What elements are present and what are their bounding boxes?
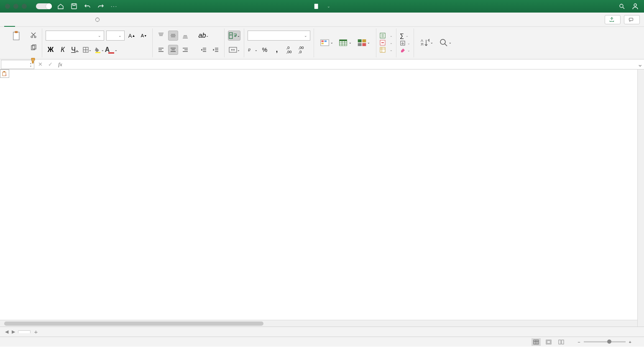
svg-rect-21 bbox=[322, 43, 324, 44]
font-name-combo[interactable]: ⌄ bbox=[46, 31, 104, 41]
account-icon[interactable] bbox=[631, 3, 639, 10]
bold-icon[interactable]: Ж bbox=[46, 45, 56, 55]
statusbar: − + bbox=[0, 337, 644, 347]
svg-rect-20 bbox=[325, 40, 327, 42]
share-button[interactable] bbox=[605, 15, 621, 24]
currency-icon[interactable]: ₽⌄ bbox=[248, 45, 258, 55]
svg-rect-38 bbox=[534, 340, 539, 344]
format-cells-button[interactable]: ⌄ bbox=[380, 47, 393, 53]
format-as-table-button[interactable]: ⌄ bbox=[336, 35, 354, 51]
add-sheet-icon[interactable]: + bbox=[32, 328, 40, 335]
align-middle-icon[interactable] bbox=[168, 31, 178, 41]
clear-button[interactable]: ⌄ bbox=[400, 47, 410, 53]
find-select-button[interactable]: ⌄ bbox=[436, 35, 454, 51]
decrease-font-icon[interactable]: A▼ bbox=[139, 31, 149, 41]
align-bottom-icon[interactable] bbox=[180, 31, 190, 41]
zoom-in-icon[interactable]: + bbox=[629, 340, 631, 345]
decrease-decimal-icon[interactable]: ,00,0 bbox=[296, 45, 306, 55]
tab-data[interactable] bbox=[59, 13, 69, 27]
fx-icon[interactable]: fx bbox=[55, 61, 65, 68]
close-dot[interactable] bbox=[5, 4, 10, 9]
tab-home[interactable] bbox=[4, 13, 15, 27]
home-icon[interactable] bbox=[57, 3, 64, 10]
orientation-icon[interactable]: ab⌄ bbox=[199, 31, 209, 41]
sheet-tab[interactable] bbox=[18, 330, 31, 333]
formula-bar[interactable] bbox=[65, 60, 636, 69]
normal-view-icon[interactable] bbox=[532, 338, 541, 346]
confirm-icon[interactable]: ✓ bbox=[45, 61, 55, 67]
svg-rect-26 bbox=[358, 43, 362, 46]
align-center-icon[interactable] bbox=[168, 45, 178, 55]
vertical-scrollbar[interactable] bbox=[637, 69, 644, 327]
percent-icon[interactable]: % bbox=[260, 45, 270, 55]
maximize-dot[interactable] bbox=[22, 4, 27, 9]
ribbon: ⌄ ⌄ A▲ A▼ Ж К Ч ⌄ ⌄ ⌄ А⌄ ab⌄ bbox=[0, 27, 644, 59]
expand-formula-icon[interactable]: ⌄ bbox=[636, 60, 644, 68]
copy-icon[interactable] bbox=[28, 43, 38, 53]
align-left-icon[interactable] bbox=[156, 45, 166, 55]
font-size-combo[interactable]: ⌄ bbox=[106, 31, 125, 41]
increase-decimal-icon[interactable]: ,0,00 bbox=[284, 45, 294, 55]
merge-icon[interactable]: ⌄ bbox=[228, 45, 240, 55]
svg-point-2 bbox=[620, 4, 623, 8]
cell-styles-button[interactable]: ⌄ bbox=[354, 35, 373, 51]
svg-text:Я: Я bbox=[421, 42, 424, 46]
comma-icon[interactable]: , bbox=[272, 45, 282, 55]
svg-rect-6 bbox=[13, 32, 19, 40]
page-break-view-icon[interactable] bbox=[557, 338, 566, 346]
zoom-slider[interactable] bbox=[584, 341, 626, 342]
autosave-toggle[interactable] bbox=[36, 3, 52, 9]
horizontal-scrollbar[interactable] bbox=[0, 320, 637, 327]
page-layout-view-icon[interactable] bbox=[544, 338, 553, 346]
paste-button[interactable] bbox=[8, 28, 26, 44]
cancel-icon[interactable]: ✕ bbox=[35, 61, 45, 67]
fill-color-icon[interactable]: ⌄ bbox=[94, 45, 104, 55]
comments-button[interactable] bbox=[624, 15, 640, 24]
save-icon[interactable] bbox=[70, 3, 78, 10]
conditional-formatting-button[interactable]: ⌄ bbox=[317, 35, 336, 51]
increase-indent-icon[interactable] bbox=[211, 45, 221, 55]
italic-icon[interactable]: К bbox=[58, 45, 68, 55]
paste-options-button[interactable]: + bbox=[0, 69, 9, 78]
minimize-dot[interactable] bbox=[13, 4, 18, 9]
sheet-tabs-row: ◀ ▶ + bbox=[0, 327, 644, 337]
tab-layout[interactable] bbox=[37, 13, 48, 27]
fill-button[interactable]: ⌄ bbox=[400, 40, 410, 46]
svg-rect-13 bbox=[95, 52, 100, 53]
window-controls bbox=[5, 4, 27, 9]
increase-font-icon[interactable]: A▲ bbox=[127, 31, 137, 41]
redo-icon[interactable] bbox=[97, 3, 105, 10]
undo-icon[interactable] bbox=[84, 3, 91, 10]
svg-rect-5 bbox=[629, 18, 633, 21]
tell-me[interactable] bbox=[95, 17, 102, 23]
borders-icon[interactable]: ⌄ bbox=[82, 45, 92, 55]
font-color-icon[interactable]: А⌄ bbox=[106, 45, 116, 55]
svg-rect-42 bbox=[562, 340, 564, 344]
tab-review[interactable] bbox=[69, 13, 80, 27]
number-format-combo[interactable]: ⌄ bbox=[248, 31, 310, 41]
align-top-icon[interactable] bbox=[156, 31, 166, 41]
delete-cells-button[interactable]: ⌄ bbox=[380, 40, 393, 46]
more-icon[interactable]: ··· bbox=[110, 3, 118, 10]
autosum-button[interactable]: ∑ ⌄ bbox=[400, 32, 410, 39]
document-title: ⌄ bbox=[314, 3, 330, 9]
tab-view[interactable] bbox=[80, 13, 91, 27]
tab-insert[interactable] bbox=[15, 13, 26, 27]
underline-icon[interactable]: Ч ⌄ bbox=[70, 45, 80, 55]
prev-sheet-icon[interactable]: ◀ bbox=[3, 329, 10, 334]
svg-point-4 bbox=[96, 18, 100, 21]
wrap-text-icon[interactable]: ab⌄ bbox=[228, 31, 240, 41]
svg-rect-19 bbox=[322, 40, 324, 42]
cut-icon[interactable] bbox=[28, 30, 38, 40]
zoom-out-icon[interactable]: − bbox=[578, 340, 580, 345]
search-icon[interactable] bbox=[618, 3, 626, 10]
insert-cells-button[interactable]: ⌄ bbox=[380, 33, 393, 39]
sort-filter-button[interactable]: АЯ⌄ bbox=[417, 35, 436, 51]
tab-draw[interactable] bbox=[26, 13, 37, 27]
align-right-icon[interactable] bbox=[180, 45, 190, 55]
formula-bar-row: ▴▾ ✕ ✓ fx ⌄ bbox=[0, 59, 644, 69]
decrease-indent-icon[interactable] bbox=[199, 45, 209, 55]
tab-formulas[interactable] bbox=[48, 13, 59, 27]
next-sheet-icon[interactable]: ▶ bbox=[10, 329, 17, 334]
name-box[interactable]: ▴▾ bbox=[1, 60, 34, 69]
